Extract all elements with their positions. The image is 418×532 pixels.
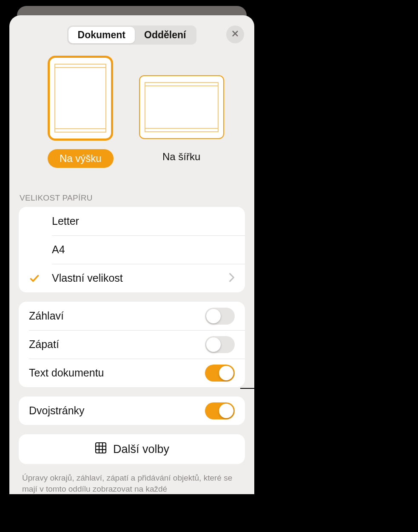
orientation-landscape-label: Na šířku [162, 147, 200, 166]
row-header-toggle: Záhlaví [19, 302, 245, 330]
paper-size-letter[interactable]: Letter [19, 207, 245, 235]
grid-icon [94, 441, 107, 457]
facing-pages-group: Dvojstránky [19, 396, 245, 425]
portrait-preview-icon [48, 56, 113, 141]
paper-size-group: Letter A4 Vlastní velikost [19, 207, 245, 292]
callout-leader-line [240, 388, 268, 389]
paper-size-header: VELIKOST PAPÍRU [9, 178, 254, 207]
document-settings-sheet: Dokument Oddělení Na výšku Na šířku VELI… [9, 15, 254, 494]
paper-size-label: Vlastní velikost [52, 272, 225, 284]
callout-text: Pokud je označeno zaškrtávací políčko Te… [270, 379, 411, 453]
toggle-label: Dvojstránky [29, 405, 205, 417]
orientation-portrait-label: Na výšku [48, 149, 114, 168]
paper-size-a4[interactable]: A4 [19, 235, 245, 264]
row-facing-pages-toggle: Dvojstránky [19, 396, 245, 425]
row-body-text-toggle: Text dokumentu [19, 359, 245, 387]
paper-size-label: A4 [52, 243, 235, 256]
orientation-picker: Na výšku Na šířku [9, 53, 254, 178]
header-toggle[interactable] [205, 308, 235, 325]
paper-size-custom[interactable]: Vlastní velikost [19, 264, 245, 292]
more-options-label: Další volby [113, 443, 169, 456]
toggle-label: Zápatí [29, 338, 205, 351]
more-options-footnote: Úpravy okrajů, záhlaví, zápatí a přidává… [9, 469, 254, 494]
close-icon [231, 30, 239, 39]
more-options-button[interactable]: Další volby [19, 434, 245, 464]
footer-toggle[interactable] [205, 336, 235, 353]
facing-pages-toggle[interactable] [205, 402, 235, 419]
header-footer-group: Záhlaví Zápatí Text dokumentu [19, 302, 245, 387]
row-footer-toggle: Zápatí [19, 330, 245, 359]
tab-document[interactable]: Dokument [68, 27, 135, 43]
sheet-header: Dokument Oddělení [9, 15, 254, 53]
paper-size-label: Letter [52, 215, 235, 227]
orientation-portrait[interactable]: Na výšku [48, 56, 114, 168]
checkmark-icon [29, 273, 52, 284]
tab-segmented-control: Dokument Oddělení [67, 25, 197, 45]
chevron-right-icon [229, 273, 235, 284]
toggle-label: Záhlaví [29, 310, 205, 322]
background-sheet [17, 6, 247, 16]
body-text-toggle[interactable] [205, 365, 235, 382]
landscape-preview-icon [139, 75, 224, 139]
svg-rect-0 [96, 443, 106, 453]
orientation-landscape[interactable]: Na šířku [139, 56, 224, 168]
tab-section[interactable]: Oddělení [135, 27, 195, 43]
close-button[interactable] [226, 25, 244, 43]
toggle-label: Text dokumentu [29, 367, 205, 379]
